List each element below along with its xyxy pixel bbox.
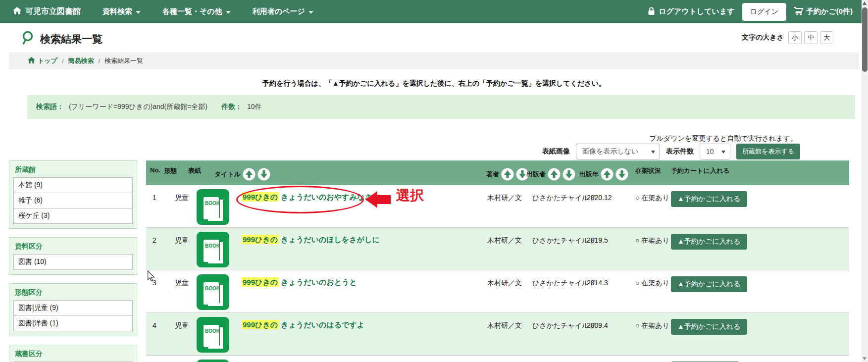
sort-title-desc-icon[interactable] — [257, 168, 270, 181]
facet-list: 本館 (9) 帷子 (6) 桜ケ丘 (3) — [13, 177, 133, 224]
row-author: 木村研／文 — [479, 185, 524, 227]
sort-year-desc-icon[interactable] — [615, 168, 628, 181]
search-terms-label: 検索語： — [36, 103, 64, 111]
nav-item-lists-other[interactable]: 各種一覧・その他 — [162, 7, 231, 16]
scrollbar-down-icon[interactable] — [863, 357, 867, 361]
title-rest: きょうだいのおとうと — [281, 278, 357, 286]
sort-year-asc-icon[interactable] — [601, 168, 613, 181]
results-table-header: No. 形態 表紙 タイトル 著者 出版者 出版年 — [146, 160, 849, 185]
chevron-down-icon — [651, 151, 655, 154]
title-rest: きょうだいのほしをさがしに — [281, 235, 380, 244]
row-format: 児童 — [171, 313, 197, 355]
row-cover: BOOK — [197, 228, 239, 270]
font-size-large-button[interactable]: 大 — [820, 31, 833, 44]
row-year: 2019.5 — [576, 228, 628, 270]
sort-author-asc-icon[interactable] — [501, 168, 514, 181]
cover-image-select[interactable]: 画像を表示しない — [576, 144, 660, 159]
facet-panel-title: 所蔵館 — [15, 165, 133, 174]
title-link[interactable]: 999ひきの きょうだいのおやすみなさい — [239, 185, 479, 227]
facet-panel-title: 資料区分 — [15, 242, 133, 251]
book-cover-icon[interactable]: BOOK — [197, 360, 229, 362]
title-rest: きょうだいのはるですよ — [281, 320, 364, 329]
row-author: 木村研／文 — [479, 228, 524, 270]
font-size-medium-button[interactable]: 中 — [804, 31, 817, 44]
row-author — [479, 356, 524, 362]
home-icon — [13, 7, 21, 17]
font-size-label: 文字の大きさ — [742, 33, 784, 42]
nav-item-material-search[interactable]: 資料検索 — [102, 7, 141, 16]
book-cover-icon[interactable]: BOOK — [197, 317, 229, 353]
login-button[interactable]: ログイン — [742, 3, 786, 21]
add-to-cart-button[interactable]: ▲予約かごに入れる — [671, 191, 747, 207]
row-publisher: ひさかたチャイルド — [524, 270, 576, 312]
nav-brand[interactable]: 可児市立図書館 — [13, 6, 81, 17]
scrollbar-up-icon[interactable] — [863, 1, 867, 5]
font-size-small-button[interactable]: 小 — [788, 31, 802, 44]
title-link[interactable]: 999ひきの きょうだいのほしをさがしに — [239, 228, 479, 270]
cover-image-select-value: 画像を表示しない — [582, 147, 638, 156]
vertical-scrollbar[interactable] — [862, 0, 868, 362]
add-to-cart-button[interactable]: ▲予約かごに入れる — [671, 319, 747, 335]
facet-item-tosho-yosho[interactable]: 図書|洋書 (1) — [14, 316, 132, 331]
row-action — [667, 356, 849, 362]
header-format: 形態 — [164, 166, 177, 175]
row-cover: BOOK — [197, 356, 239, 362]
breadcrumb-simple-search-link[interactable]: 簡易検索 — [68, 56, 94, 65]
facet-panel-collection-type: 蔵書区分 児童 (10) — [9, 345, 137, 362]
sort-title-asc-icon[interactable] — [243, 168, 255, 181]
facet-item-kabiko[interactable]: 帷子 (6) — [14, 193, 132, 208]
svg-text:BOOK: BOOK — [205, 328, 220, 334]
add-to-cart-button[interactable]: ▲予約かごに入れる — [671, 234, 747, 250]
header-cover: 表紙 — [188, 166, 201, 175]
row-publisher: ひさかたチャイルド — [524, 313, 576, 355]
book-cover-icon[interactable]: BOOK — [197, 232, 229, 267]
nav-item-user-page[interactable]: 利用者のページ — [253, 7, 313, 16]
row-action: ▲予約かごに入れる — [667, 270, 849, 312]
title-link[interactable] — [239, 356, 479, 362]
header-title-group: タイトル — [214, 168, 270, 181]
nav-item-label: 各種一覧・その他 — [162, 7, 222, 16]
nav-brand-label: 可児市立図書館 — [25, 6, 81, 17]
breadcrumb: トップ / 簡易検索 / 検索結果一覧 — [9, 52, 859, 69]
breadcrumb-separator: / — [62, 57, 64, 65]
list-controls: 表紙画像 画像を表示しない 表示件数 10 所蔵館を表示する — [542, 144, 800, 159]
sort-publisher-asc-icon[interactable] — [548, 168, 561, 181]
scrollbar-thumb[interactable] — [862, 7, 868, 72]
facet-item-sakuragaoka[interactable]: 桜ケ丘 (3) — [14, 208, 132, 223]
header-status: 在架状況 — [635, 166, 661, 175]
row-format: 児童 — [171, 270, 197, 312]
header-action: 予約カートに入れる — [671, 166, 730, 175]
facet-item-tosho-jido[interactable]: 図書|児童 (9) — [14, 301, 132, 316]
breadcrumb-top-link[interactable]: トップ — [28, 56, 57, 65]
row-status: ○ 在架あり — [628, 313, 667, 355]
reserve-cart-button[interactable]: 予約かご(0件) — [794, 7, 853, 17]
nav-menu: 資料検索 各種一覧・その他 利用者のページ — [102, 7, 313, 16]
row-cover: BOOK — [197, 185, 239, 227]
chevron-down-icon — [136, 11, 141, 14]
facet-item-tosho[interactable]: 図書 (10) — [14, 255, 132, 269]
row-number: 4 — [146, 313, 171, 355]
book-cover-icon[interactable]: BOOK — [197, 274, 229, 310]
facet-panel-material-type: 資料区分 図書 (10) — [9, 237, 137, 275]
page-title: 検索結果一覧 — [22, 31, 102, 48]
facet-item-honkan[interactable]: 本館 (9) — [14, 178, 132, 193]
title-link[interactable]: 999ひきの きょうだいのおとうと — [239, 270, 479, 312]
row-status — [628, 356, 667, 362]
table-row: 1 児童 BOOK 999ひきの きょうだいのおやすみなさい 木村研／文 ひさか… — [146, 185, 849, 228]
title-link[interactable]: 999ひきの きょうだいのはるですよ — [239, 313, 479, 355]
home-icon — [28, 57, 35, 65]
sort-publisher-desc-icon[interactable] — [562, 168, 575, 181]
chevron-down-icon — [308, 11, 313, 14]
row-author: 木村研／文 — [479, 270, 524, 312]
breadcrumb-current: 検索結果一覧 — [104, 56, 143, 65]
add-to-cart-button[interactable]: ▲予約かごに入れる — [671, 276, 747, 292]
row-format — [171, 356, 197, 362]
book-cover-icon[interactable]: BOOK — [197, 189, 229, 225]
per-page-select[interactable]: 10 — [700, 144, 730, 159]
lock-icon — [648, 7, 655, 17]
row-number — [146, 356, 171, 362]
show-holdings-button[interactable]: 所蔵館を表示する — [736, 144, 800, 159]
row-cover: BOOK — [197, 313, 239, 355]
row-status: ○ 在架あり — [628, 185, 667, 227]
results-table: No. 形態 表紙 タイトル 著者 出版者 出版年 — [146, 160, 849, 362]
